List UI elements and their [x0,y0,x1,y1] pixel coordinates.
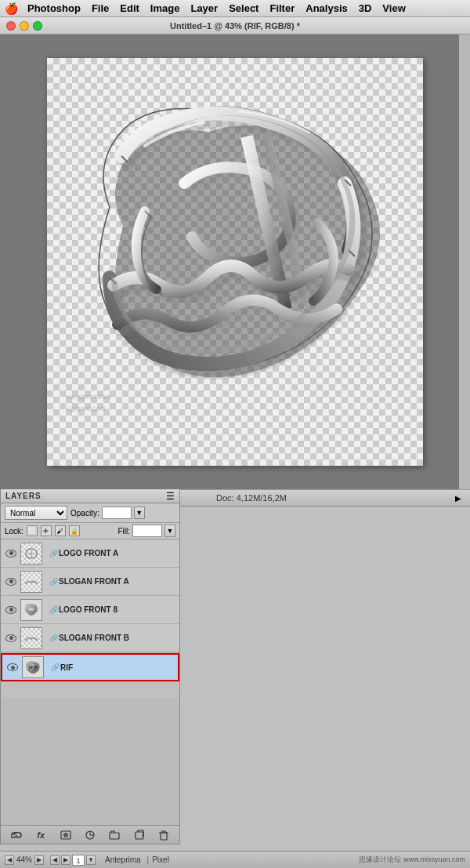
layer-logo-front-8[interactable]: 🔗 LOGO FRONT 8 [1,596,179,624]
layer-visibility-slogan-front-a[interactable] [4,575,18,589]
menu-layer[interactable]: Layer [185,0,223,16]
layer-slogan-front-a[interactable]: 🔗 SLOGAN FRONT A [1,568,179,596]
opacity-input[interactable]: 100% [102,507,132,519]
menu-bar: 🍎 Photoshop File Edit Image Layer Select… [0,0,470,17]
layers-blend-row: Normal Opacity: 100% ▼ [1,503,179,523]
menu-file[interactable]: File [86,0,114,16]
canvas-content: www.grprint.com www.grprint.com [47,58,423,466]
apple-menu[interactable]: 🍎 [5,2,17,15]
layer-link-rif: 🔗 [49,662,60,673]
minimize-button[interactable] [20,21,29,31]
page-prev-btn[interactable]: ◀ [50,855,60,865]
layer-thumb-slogan-front-b [20,627,42,649]
layer-link-slogan-front-b: 🔗 [48,633,59,644]
title-bar: Untitled–1 @ 43% (RIF, RGB/8) * [0,17,470,35]
eye-icon-slogan-front-b [5,634,16,642]
fill-input[interactable]: 100% [132,525,162,537]
zoom-down-arrow[interactable]: ◀ [5,855,14,865]
fill-dropdown-arrow[interactable]: ▼ [164,525,175,537]
layer-name-slogan-front-b: SLOGAN FRONT B [59,634,129,642]
svg-rect-6 [110,833,119,839]
zoom-up-arrow[interactable]: ▶ [34,855,44,865]
logo-svg: www.grprint.com www.grprint.com [67,89,403,434]
bottom-unit: Pixel [152,855,169,864]
layer-thumb-rif: RIF [22,656,44,678]
layer-thumb-logo-front-a [20,543,42,565]
layer-name-slogan-front-a: SLOGAN FRONT A [59,577,129,586]
layer-logo-front-a[interactable]: 🔗 LOGO FRONT A [1,539,179,568]
eye-icon-logo-front-8 [5,606,16,614]
svg-text:RIF: RIF [29,665,38,670]
eye-icon-logo-front-a [5,550,16,557]
bottom-info-text: Anteprima [105,855,141,864]
menu-analysis[interactable]: Analysis [300,0,352,16]
eye-icon-slogan-front-a [5,578,16,586]
layer-visibility-rif[interactable] [5,660,20,674]
layers-empty-area [1,682,179,698]
layer-mask-btn[interactable] [59,828,73,842]
opacity-label: Opacity: [70,509,99,518]
menu-filter[interactable]: Filter [264,0,300,16]
watermark-text: 思缘设计论坛 www.missyuan.com [359,855,465,865]
layer-rif[interactable]: RIF 🔗 RIF [1,653,179,681]
layer-name-logo-front-a: LOGO FRONT A [59,549,118,557]
menu-view[interactable]: View [377,0,410,16]
layer-delete-btn[interactable] [157,828,171,842]
lock-label: Lock: [5,527,24,536]
bottom-zoom-control: ◀ 44% ▶ [5,855,44,865]
window-controls [6,21,42,31]
layer-visibility-logo-front-8[interactable] [4,603,18,617]
blend-mode-select[interactable]: Normal [5,506,67,520]
window-title: Untitled–1 @ 43% (RIF, RGB/8) * [170,21,300,31]
layer-visibility-logo-front-a[interactable] [4,547,18,561]
layers-panel: LAYERS ☰ Normal Opacity: 100% ▼ Lock: ⬜ … [0,489,180,844]
opacity-dropdown-arrow[interactable]: ▼ [134,507,145,519]
layer-link-slogan-front-a: 🔗 [48,576,59,587]
layers-title: LAYERS [5,492,42,500]
logo-display: www.grprint.com www.grprint.com [63,82,407,442]
lock-move-icon[interactable]: ✛ [41,525,52,536]
layer-group-btn[interactable] [107,828,121,842]
bottom-status-bar: ◀ 44% ▶ ◀ ▶ 1 ▼ Anteprima | Pixel 思缘设计论坛… [0,851,470,868]
layer-thumb-logo-front-8 [20,599,42,621]
layers-panel-header: LAYERS ☰ [1,489,179,503]
status-expand-arrow[interactable]: ▶ [453,492,464,503]
layer-link-logo-front-a: 🔗 [48,548,59,559]
menu-photoshop[interactable]: Photoshop [22,0,86,16]
layer-new-btn[interactable] [132,828,146,842]
page-number: 1 [72,855,85,866]
layer-adjustment-btn[interactable] [83,828,97,842]
svg-point-4 [63,833,68,837]
svg-rect-8 [161,833,167,840]
lock-paint-icon[interactable]: 🖌 [55,525,66,536]
fill-label: Fill: [118,527,130,536]
page-down-btn[interactable]: ▼ [86,855,96,865]
menu-select[interactable]: Select [223,0,264,16]
layer-thumb-slogan-front-a [20,571,42,593]
layer-link-logo-front-8: 🔗 [48,605,59,616]
page-control: ◀ ▶ 1 ▼ [50,855,96,866]
layer-name-logo-front-8: LOGO FRONT 8 [59,605,118,614]
canvas-wrapper: www.grprint.com www.grprint.com [47,58,423,466]
close-button[interactable] [6,21,16,31]
layer-name-rif: RIF [60,663,73,672]
layer-fx-btn[interactable]: fx [34,828,48,842]
maximize-button[interactable] [33,21,42,31]
layers-footer: fx [1,825,179,844]
fill-control: Fill: 100% ▼ [118,525,175,537]
svg-text:www.grprint.com: www.grprint.com [67,405,106,412]
opacity-control: Opacity: 100% ▼ [70,507,145,519]
menu-image[interactable]: Image [145,0,186,16]
lock-all-icon[interactable]: 🔒 [69,525,80,536]
layers-menu-icon[interactable]: ☰ [166,491,175,502]
eye-icon-rif [7,663,18,671]
bottom-separator: | [147,855,150,864]
layer-visibility-slogan-front-b[interactable] [4,631,18,645]
menu-3d[interactable]: 3D [353,0,378,16]
menu-edit[interactable]: Edit [114,0,145,16]
layer-slogan-front-b[interactable]: 🔗 SLOGAN FRONT B [1,624,179,652]
page-next-btn[interactable]: ▶ [61,855,70,865]
lock-transparent-icon[interactable]: ⬜ [27,525,38,536]
layers-lock-row: Lock: ⬜ ✛ 🖌 🔒 Fill: 100% ▼ [1,523,179,539]
layer-link-btn[interactable] [9,828,24,842]
